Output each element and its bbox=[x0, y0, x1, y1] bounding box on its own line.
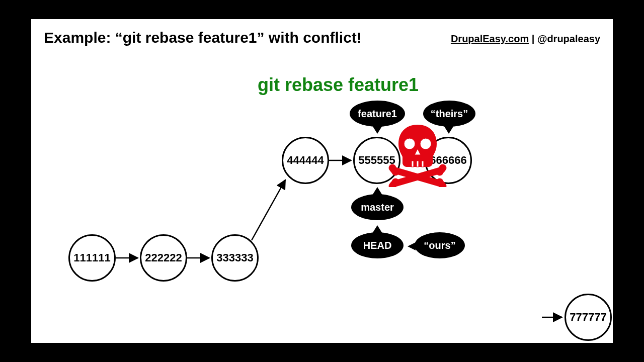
svg-line-2 bbox=[252, 180, 285, 240]
arrows-layer bbox=[31, 19, 613, 343]
bubble-tail bbox=[372, 126, 382, 134]
branch-label-master: master bbox=[351, 194, 404, 220]
commit-777777: 777777 bbox=[565, 294, 612, 341]
bubble-tail bbox=[408, 242, 416, 250]
bubble-tail bbox=[444, 126, 454, 134]
svg-rect-8 bbox=[417, 161, 419, 167]
branch-label-feature1: feature1 bbox=[350, 101, 405, 127]
svg-point-15 bbox=[436, 168, 443, 175]
commit-333333: 333333 bbox=[211, 234, 259, 282]
label-head: HEAD bbox=[351, 232, 404, 258]
svg-point-17 bbox=[392, 178, 399, 186]
svg-point-13 bbox=[392, 168, 399, 175]
svg-point-19 bbox=[436, 178, 443, 186]
svg-point-5 bbox=[404, 138, 415, 149]
commit-444444: 444444 bbox=[282, 137, 329, 184]
attribution: DrupalEasy.com | @drupaleasy bbox=[451, 33, 600, 45]
attribution-handle: @drupaleasy bbox=[537, 33, 600, 44]
svg-rect-9 bbox=[422, 161, 424, 167]
conflict-skull-icon bbox=[387, 122, 448, 187]
commit-111111: 111111 bbox=[68, 234, 116, 282]
label-ours: “ours” bbox=[415, 232, 465, 258]
commit-222222: 222222 bbox=[140, 234, 187, 282]
attribution-sep: | bbox=[529, 33, 537, 44]
rebase-command: git rebase feature1 bbox=[258, 74, 419, 96]
slide-title: Example: “git rebase feature1” with conf… bbox=[44, 29, 362, 46]
label-theirs: “theirs” bbox=[423, 101, 475, 127]
svg-point-6 bbox=[420, 138, 431, 149]
svg-rect-7 bbox=[412, 161, 414, 167]
attribution-link[interactable]: DrupalEasy.com bbox=[451, 33, 529, 44]
